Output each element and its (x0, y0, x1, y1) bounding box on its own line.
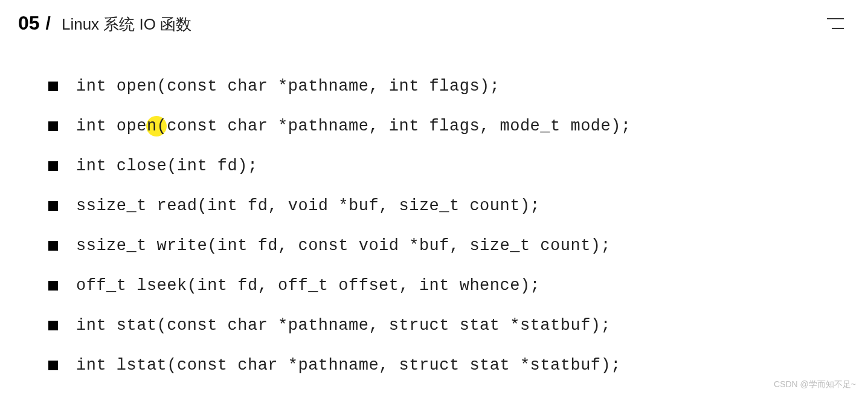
code-text: int open(const char *pathname, int flags… (76, 117, 631, 135)
function-list: int open(const char *pathname, int flags… (0, 41, 868, 374)
bullet-icon (48, 361, 58, 370)
list-item: int open(const char *pathname, int flags… (48, 77, 832, 95)
code-text: off_t lseek(int fd, off_t offset, int wh… (76, 277, 540, 295)
header-left: 05 / Linux 系统 IO 函数 (18, 12, 191, 35)
code-text: int lstat(const char *pathname, struct s… (76, 356, 621, 374)
slide-title: Linux 系统 IO 函数 (62, 14, 191, 35)
code-text: int open(const char *pathname, int flags… (76, 77, 500, 95)
code-text: int close(int fd); (76, 157, 258, 175)
bullet-icon (48, 281, 58, 291)
bullet-icon (48, 82, 58, 91)
bullet-icon (48, 161, 58, 171)
list-item: int open(const char *pathname, int flags… (48, 117, 832, 135)
list-item: int stat(const char *pathname, struct st… (48, 316, 832, 335)
list-item: off_t lseek(int fd, off_t offset, int wh… (48, 277, 832, 295)
slide-header: 05 / Linux 系统 IO 函数 (0, 0, 868, 41)
list-item: int lstat(const char *pathname, struct s… (48, 356, 832, 374)
slide-slash: / (46, 13, 51, 34)
list-item: ssize_t read(int fd, void *buf, size_t c… (48, 197, 832, 215)
bullet-icon (48, 201, 58, 211)
list-item: ssize_t write(int fd, const void *buf, s… (48, 237, 832, 255)
bullet-icon (48, 241, 58, 251)
bullet-icon (48, 321, 58, 330)
bullet-icon (48, 121, 58, 131)
slide-number: 05 (18, 12, 40, 34)
code-text: int stat(const char *pathname, struct st… (76, 316, 611, 335)
code-text: ssize_t write(int fd, const void *buf, s… (76, 237, 611, 255)
list-item: int close(int fd); (48, 157, 832, 175)
code-text: ssize_t read(int fd, void *buf, size_t c… (76, 197, 540, 215)
watermark: CSDN @学而知不足~ (774, 379, 856, 390)
menu-icon[interactable] (827, 18, 844, 29)
